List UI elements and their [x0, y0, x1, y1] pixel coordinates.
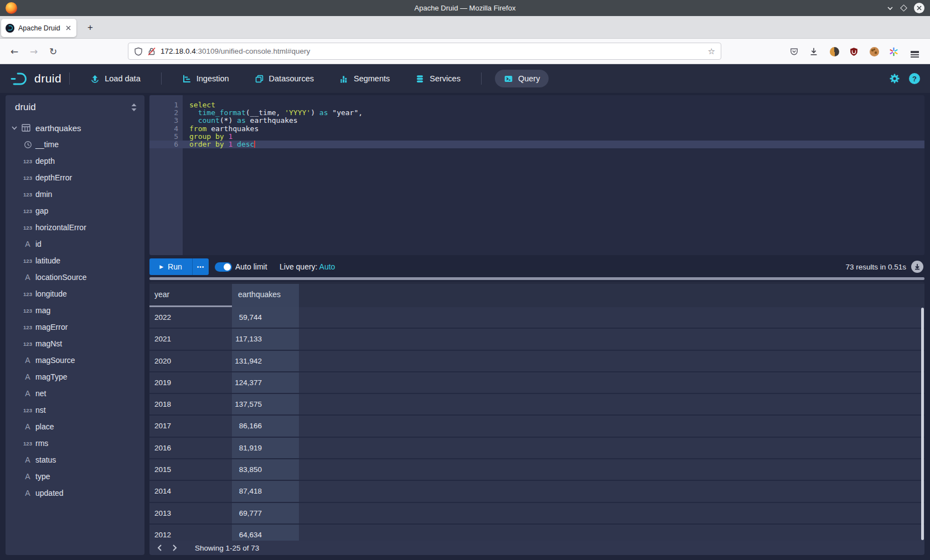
sidebar-column-horizontalError[interactable]: 123horizontalError	[6, 219, 144, 236]
chevron-down-icon[interactable]	[9, 126, 20, 130]
number-type-icon: 123	[21, 158, 34, 164]
cell-year[interactable]: 2016	[149, 438, 232, 458]
column-header-year[interactable]: year	[149, 284, 232, 307]
downloads-icon[interactable]	[808, 46, 819, 57]
cell-year[interactable]: 2014	[149, 481, 232, 501]
cell-earthquakes[interactable]: 86,166	[232, 416, 299, 436]
cell-earthquakes[interactable]: 131,942	[232, 351, 299, 371]
sidebar-column-status[interactable]: Astatus	[6, 452, 144, 468]
cell-year[interactable]: 2013	[149, 503, 232, 523]
sidebar-item-earthquakes[interactable]: earthquakes	[6, 120, 144, 136]
run-more-button[interactable]: •••	[192, 258, 209, 275]
navbar-divider	[481, 72, 482, 85]
sidebar-column-type[interactable]: Atype	[6, 468, 144, 485]
run-button[interactable]: ▶ Run	[149, 258, 192, 275]
cell-earthquakes[interactable]: 69,777	[232, 503, 299, 523]
cell-earthquakes[interactable]: 59,744	[232, 307, 299, 328]
new-tab-button[interactable]: +	[83, 20, 97, 35]
sidebar-column-magNst[interactable]: 123magNst	[6, 335, 144, 352]
cell-earthquakes[interactable]: 137,575	[232, 394, 299, 414]
forward-button[interactable]: →	[26, 39, 42, 64]
download-results-icon[interactable]	[911, 261, 923, 273]
cell-year[interactable]: 2015	[149, 459, 232, 480]
sidebar-column-rms[interactable]: 123rms	[6, 435, 144, 452]
druid-logo-icon	[10, 70, 31, 87]
column-header-earthquakes[interactable]: earthquakes	[232, 284, 299, 307]
nav-item-datasources[interactable]: Datasources	[242, 64, 327, 93]
url-text[interactable]: 172.18.0.4:30109/unified-console.html#qu…	[161, 47, 708, 55]
cell-year[interactable]: 2019	[149, 372, 232, 393]
cell-earthquakes[interactable]: 124,377	[232, 372, 299, 393]
live-query-control[interactable]: Live query: Auto	[280, 258, 335, 275]
pocket-icon[interactable]	[788, 46, 799, 57]
window-close-button[interactable]	[914, 3, 924, 13]
nav-item-label: Segments	[354, 74, 390, 83]
sidebar-column-net[interactable]: Anet	[6, 385, 144, 402]
cell-year[interactable]: 2020	[149, 351, 232, 371]
cell-year[interactable]: 2021	[149, 329, 232, 349]
cell-earthquakes[interactable]: 87,418	[232, 481, 299, 501]
nav-item-query[interactable]: Query	[495, 70, 549, 87]
sidebar-column-id[interactable]: Aid	[6, 236, 144, 252]
nav-item-ingestion[interactable]: Ingestion	[169, 64, 242, 93]
prev-page-icon[interactable]	[154, 545, 165, 551]
table-row: 2019124,377	[149, 372, 924, 394]
editor-line-6: 6order by 1 desc	[149, 141, 924, 148]
settings-gear-icon[interactable]	[889, 73, 900, 84]
window-maximize-icon[interactable]	[900, 4, 907, 12]
sidebar-column-depthError[interactable]: 123depthError	[6, 169, 144, 186]
string-type-icon: A	[21, 356, 34, 365]
nav-item-load-data[interactable]: Load data	[78, 64, 153, 93]
line-number: 1	[149, 101, 183, 109]
druid-logo[interactable]: druid	[10, 70, 61, 87]
sidebar-column-nst[interactable]: 123nst	[6, 402, 144, 418]
cell-earthquakes[interactable]: 81,919	[232, 438, 299, 458]
ublock-icon[interactable]	[848, 46, 859, 57]
extension-icon[interactable]	[829, 46, 840, 57]
auto-limit-toggle[interactable]	[215, 262, 232, 272]
sidebar-column-updated[interactable]: Aupdated	[6, 485, 144, 501]
cookie-extension-icon[interactable]	[869, 46, 880, 57]
window-menu-chevron-icon[interactable]	[887, 6, 893, 11]
cell-year[interactable]: 2017	[149, 416, 232, 436]
insecure-lock-icon[interactable]	[147, 47, 156, 56]
text-cursor	[254, 141, 255, 148]
sidebar-column-locationSource[interactable]: AlocationSource	[6, 269, 144, 286]
cell-earthquakes[interactable]: 117,133	[232, 329, 299, 349]
cell-earthquakes[interactable]: 83,850	[232, 459, 299, 480]
column-name: gap	[35, 206, 48, 215]
url-host: 172.18.0.4	[161, 47, 196, 55]
tab-bar: Apache Druid +	[0, 16, 930, 39]
nav-item-segments[interactable]: Segments	[327, 64, 402, 93]
tracking-shield-icon[interactable]	[134, 47, 143, 56]
sidebar-column-dmin[interactable]: 123dmin	[6, 186, 144, 203]
nav-item-label: Query	[518, 74, 540, 83]
sidebar-column-depth[interactable]: 123depth	[6, 153, 144, 169]
sidebar-column-magType[interactable]: AmagType	[6, 369, 144, 385]
sidebar-column-gap[interactable]: 123gap	[6, 203, 144, 219]
back-button[interactable]: ←	[7, 39, 22, 64]
reload-button[interactable]: ↻	[45, 39, 61, 64]
vertical-scrollbar[interactable]	[921, 308, 924, 540]
next-page-icon[interactable]	[169, 545, 180, 551]
sidebar-column-latitude[interactable]: 123latitude	[6, 252, 144, 269]
sidebar-column-magSource[interactable]: AmagSource	[6, 352, 144, 369]
sidebar-column-__time[interactable]: __time	[6, 136, 144, 153]
sidebar-column-longitude[interactable]: 123longitude	[6, 286, 144, 302]
sidebar-column-magError[interactable]: 123magError	[6, 319, 144, 335]
menu-hamburger-icon[interactable]	[909, 46, 920, 57]
sidebar-column-place[interactable]: Aplace	[6, 418, 144, 435]
horizontal-scrollbar[interactable]	[149, 277, 924, 280]
nav-item-services[interactable]: Services	[402, 64, 473, 93]
browser-tab[interactable]: Apache Druid	[1, 19, 76, 37]
sidebar-column-mag[interactable]: 123mag	[6, 302, 144, 319]
cell-year[interactable]: 2022	[149, 307, 232, 328]
help-icon[interactable]: ?	[909, 73, 920, 84]
cell-year[interactable]: 2018	[149, 394, 232, 414]
bookmark-star-icon[interactable]: ☆	[708, 46, 715, 56]
sql-editor[interactable]: 1select2 time_format(__time, 'YYYY') as …	[149, 95, 924, 255]
colorful-extension-icon[interactable]	[888, 46, 899, 57]
url-bar[interactable]: 172.18.0.4:30109/unified-console.html#qu…	[128, 43, 721, 60]
double-caret-icon[interactable]	[131, 103, 137, 111]
tab-close-icon[interactable]	[65, 24, 72, 32]
